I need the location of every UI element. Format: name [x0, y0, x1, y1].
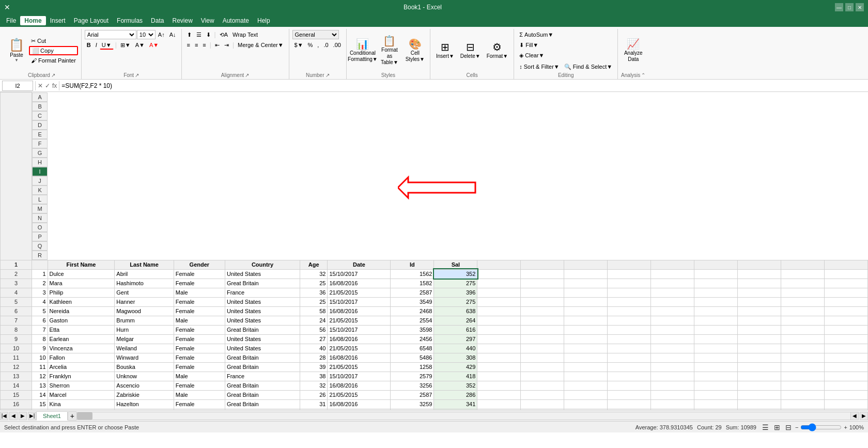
cell-K11[interactable]: [521, 353, 564, 362]
sheet-nav-next[interactable]: ▶: [19, 412, 27, 420]
cell-H16[interactable]: 3259: [391, 399, 434, 409]
cell-E6[interactable]: United States: [225, 306, 300, 316]
cell-L14[interactable]: [564, 381, 608, 390]
autosum-button[interactable]: Σ AutoSum▼: [517, 30, 555, 39]
cell-A4[interactable]: 3: [32, 288, 48, 297]
normal-view-button[interactable]: ☰: [761, 423, 770, 432]
cell-M11[interactable]: [608, 353, 651, 362]
cell-K15[interactable]: [521, 390, 564, 399]
cell-A14[interactable]: 13: [32, 381, 48, 390]
sort-filter-button[interactable]: ↕ Sort & Filter▼: [517, 62, 562, 71]
col-header-K[interactable]: K: [32, 186, 48, 195]
format-button[interactable]: ⚙ Format▼: [484, 37, 511, 65]
cell-R17[interactable]: [824, 409, 867, 410]
cell-F17[interactable]: 24: [300, 409, 327, 410]
align-bottom-button[interactable]: ⬇: [204, 30, 213, 39]
cell-F10[interactable]: 40: [300, 344, 327, 353]
cell-N8[interactable]: [651, 325, 694, 334]
cell-G17[interactable]: 21/05/2015: [328, 409, 391, 410]
cell-I16[interactable]: 341: [434, 399, 477, 409]
cell-E13[interactable]: France: [225, 372, 300, 381]
cell-N10[interactable]: [651, 344, 694, 353]
cell-D1[interactable]: Gender: [174, 260, 225, 269]
cell-G12[interactable]: 21/05/2015: [328, 362, 391, 372]
cell-Q2[interactable]: [781, 269, 824, 279]
cell-O2[interactable]: [694, 269, 738, 279]
comma-button[interactable]: ,: [315, 40, 321, 50]
cell-N12[interactable]: [651, 362, 694, 372]
cell-M3[interactable]: [608, 279, 651, 288]
cell-Q14[interactable]: [781, 381, 824, 390]
cell-H13[interactable]: 2579: [391, 372, 434, 381]
cell-D2[interactable]: Female: [174, 269, 225, 279]
align-middle-button[interactable]: ☰: [194, 30, 204, 39]
cell-I13[interactable]: 418: [434, 372, 477, 381]
font-color-button[interactable]: A▼: [147, 40, 161, 50]
analysis-collapse[interactable]: ⌃: [641, 72, 645, 78]
cell-K13[interactable]: [521, 372, 564, 381]
cell-O11[interactable]: [694, 353, 738, 362]
cell-Q3[interactable]: [781, 279, 824, 288]
cell-A3[interactable]: 2: [32, 279, 48, 288]
cell-J11[interactable]: [477, 353, 521, 362]
cell-N16[interactable]: [651, 399, 694, 409]
cell-M15[interactable]: [608, 390, 651, 399]
col-header-E[interactable]: E: [32, 130, 48, 139]
cell-E1[interactable]: Country: [225, 260, 300, 269]
cell-P17[interactable]: [737, 409, 781, 410]
cell-C17[interactable]: Pia: [115, 409, 174, 410]
cell-L16[interactable]: [564, 399, 608, 409]
cell-K1[interactable]: [521, 260, 564, 269]
row-num-10[interactable]: 10: [1, 344, 32, 353]
cell-P7[interactable]: [737, 316, 781, 325]
row-num-2[interactable]: 2: [1, 269, 32, 279]
cell-M6[interactable]: [608, 306, 651, 316]
cell-A17[interactable]: 16: [32, 409, 48, 410]
find-select-button[interactable]: 🔍 Find & Select▼: [562, 62, 614, 71]
cell-A7[interactable]: 6: [32, 316, 48, 325]
scroll-buttons[interactable]: ◀ ▶: [850, 412, 868, 420]
minimize-button[interactable]: —: [835, 3, 843, 11]
cell-L2[interactable]: [564, 269, 608, 279]
decrease-font-button[interactable]: A↓: [167, 30, 178, 39]
cell-Q13[interactable]: [781, 372, 824, 381]
cell-J3[interactable]: [477, 279, 521, 288]
cell-E5[interactable]: United States: [225, 297, 300, 306]
cell-H11[interactable]: 5486: [391, 353, 434, 362]
cell-L3[interactable]: [564, 279, 608, 288]
menu-file[interactable]: File: [2, 16, 20, 25]
cell-B2[interactable]: Dulce: [48, 269, 115, 279]
decrease-indent-button[interactable]: ⇤: [213, 40, 222, 50]
formula-cancel-icon[interactable]: ✕: [38, 82, 43, 89]
cell-J8[interactable]: [477, 325, 521, 334]
cell-F3[interactable]: 25: [300, 279, 327, 288]
row-num-13[interactable]: 13: [1, 372, 32, 381]
cell-G3[interactable]: 16/08/2016: [328, 279, 391, 288]
cell-F6[interactable]: 58: [300, 306, 327, 316]
cell-D11[interactable]: Female: [174, 353, 225, 362]
cell-Q15[interactable]: [781, 390, 824, 399]
cell-R7[interactable]: [824, 316, 867, 325]
menu-formulas[interactable]: Formulas: [113, 16, 147, 25]
menu-data[interactable]: Data: [147, 16, 168, 25]
cell-G9[interactable]: 16/08/2016: [328, 334, 391, 344]
cell-E4[interactable]: France: [225, 288, 300, 297]
cell-E3[interactable]: Great Britain: [225, 279, 300, 288]
row-num-5[interactable]: 5: [1, 297, 32, 306]
cell-R12[interactable]: [824, 362, 867, 372]
cell-J2[interactable]: [477, 269, 521, 279]
paste-button[interactable]: 📋 Paste ▼: [5, 36, 28, 64]
cell-B7[interactable]: Gaston: [48, 316, 115, 325]
cell-H3[interactable]: 1582: [391, 279, 434, 288]
row-num-9[interactable]: 9: [1, 334, 32, 344]
page-break-button[interactable]: ⊟: [784, 423, 793, 432]
cell-L4[interactable]: [564, 288, 608, 297]
cell-R11[interactable]: [824, 353, 867, 362]
cell-E10[interactable]: United States: [225, 344, 300, 353]
cell-D5[interactable]: Female: [174, 297, 225, 306]
cell-A15[interactable]: 14: [32, 390, 48, 399]
cell-D13[interactable]: Male: [174, 372, 225, 381]
cell-H6[interactable]: 2468: [391, 306, 434, 316]
cell-F11[interactable]: 28: [300, 353, 327, 362]
cell-K8[interactable]: [521, 325, 564, 334]
